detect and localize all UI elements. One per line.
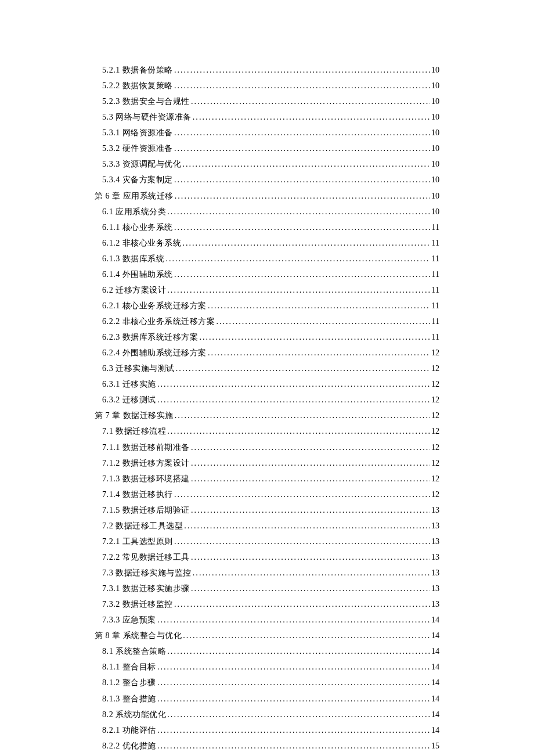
toc-entry-title: 5.2.2 数据恢复策略	[102, 78, 173, 93]
toc-entry[interactable]: 6.2 迁移方案设计11	[95, 283, 439, 298]
toc-entry[interactable]: 6.2.2 非核心业务系统迁移方案11	[95, 314, 439, 329]
toc-entry[interactable]: 8.1.2 整合步骤14	[95, 675, 439, 690]
toc-entry[interactable]: 7.2.2 常见数据迁移工具13	[95, 550, 439, 565]
toc-leader-dots	[174, 172, 430, 188]
toc-leader-dots	[191, 581, 430, 596]
toc-entry-page: 11	[431, 330, 439, 345]
toc-entry-page: 13	[431, 566, 439, 581]
toc-entry-page: 12	[431, 471, 439, 487]
toc-entry-page: 11	[431, 314, 439, 329]
toc-entry[interactable]: 8.2.2 优化措施15	[95, 739, 439, 754]
toc-leader-dots	[174, 78, 430, 93]
toc-entry-title: 6.3 迁移实施与测试	[102, 361, 175, 376]
toc-entry-title: 6.2.4 外围辅助系统迁移方案	[102, 345, 207, 361]
toc-entry[interactable]: 6.3.2 迁移测试12	[95, 393, 439, 408]
toc-entry[interactable]: 7.1.2 数据迁移方案设计12	[95, 456, 439, 471]
toc-entry[interactable]: 5.3.4 灾备方案制定10	[95, 172, 439, 188]
toc-leader-dots	[184, 519, 430, 534]
toc-entry[interactable]: 5.2.2 数据恢复策略10	[95, 78, 439, 93]
toc-entry[interactable]: 5.3.1 网络资源准备10	[95, 125, 439, 141]
toc-entry-page: 11	[431, 267, 439, 282]
toc-leader-dots	[157, 377, 430, 392]
toc-entry-page: 12	[431, 456, 439, 471]
toc-entry-title: 6.3.2 迁移测试	[102, 393, 156, 408]
toc-entry-page: 12	[431, 408, 439, 423]
toc-leader-dots	[208, 298, 430, 314]
toc-entry-page: 12	[431, 424, 439, 439]
toc-entry[interactable]: 8.2 系统功能优化14	[95, 707, 439, 722]
toc-entry[interactable]: 6.1.1 核心业务系统11	[95, 220, 439, 235]
toc-entry[interactable]: 5.3.2 硬件资源准备10	[95, 141, 439, 156]
toc-entry-page: 11	[431, 236, 439, 251]
toc-entry[interactable]: 6.1.3 数据库系统11	[95, 251, 439, 267]
toc-entry[interactable]: 6.1 应用系统分类10	[95, 204, 439, 219]
toc-entry[interactable]: 第 8 章 系统整合与优化14	[95, 628, 439, 643]
toc-entry-title: 5.2.1 数据备份策略	[102, 63, 173, 78]
toc-entry[interactable]: 7.3 数据迁移实施与监控13	[95, 566, 439, 581]
toc-entry-page: 15	[431, 739, 439, 754]
toc-entry-title: 7.1.1 数据迁移前期准备	[102, 440, 190, 455]
toc-entry[interactable]: 6.3 迁移实施与测试12	[95, 361, 439, 376]
toc-entry-page: 10	[431, 172, 439, 188]
toc-entry-title: 7.3.1 数据迁移实施步骤	[102, 581, 190, 596]
toc-entry-page: 10	[431, 204, 439, 219]
toc-leader-dots	[167, 644, 430, 659]
toc-entry-title: 8.2.1 功能评估	[102, 723, 156, 738]
toc-entry-title: 6.1.4 外围辅助系统	[102, 267, 173, 282]
toc-entry[interactable]: 6.2.1 核心业务系统迁移方案11	[95, 298, 439, 314]
toc-entry-title: 6.1.2 非核心业务系统	[102, 236, 181, 251]
toc-entry[interactable]: 6.1.4 外围辅助系统11	[95, 267, 439, 282]
toc-entry[interactable]: 5.2.1 数据备份策略10	[95, 63, 439, 78]
toc-entry[interactable]: 7.1.5 数据迁移后期验证13	[95, 503, 439, 518]
toc-entry[interactable]: 7.2.1 工具选型原则13	[95, 534, 439, 549]
toc-entry[interactable]: 6.2.3 数据库系统迁移方案11	[95, 330, 439, 345]
toc-entry[interactable]: 7.1.3 数据迁移环境搭建12	[95, 471, 439, 487]
toc-entry-page: 10	[431, 141, 439, 156]
toc-entry[interactable]: 5.2.3 数据安全与合规性10	[95, 94, 439, 109]
toc-entry[interactable]: 8.2.1 功能评估14	[95, 723, 439, 738]
toc-entry-page: 12	[431, 345, 439, 361]
toc-entry-page: 11	[431, 283, 439, 298]
toc-entry-page: 12	[431, 361, 439, 376]
toc-entry[interactable]: 第 6 章 应用系统迁移10	[95, 189, 439, 204]
toc-leader-dots	[157, 660, 430, 675]
toc-entry-title: 第 8 章 系统整合与优化	[95, 628, 182, 643]
toc-leader-dots	[157, 675, 430, 690]
table-of-contents: 5.2.1 数据备份策略105.2.2 数据恢复策略105.2.3 数据安全与合…	[95, 63, 439, 753]
toc-entry[interactable]: 7.3.1 数据迁移实施步骤13	[95, 581, 439, 596]
toc-entry-page: 10	[431, 63, 439, 78]
toc-entry[interactable]: 7.2 数据迁移工具选型13	[95, 519, 439, 534]
toc-leader-dots	[182, 157, 430, 172]
toc-entry-page: 10	[431, 157, 439, 172]
toc-entry[interactable]: 7.1.1 数据迁移前期准备12	[95, 440, 439, 455]
toc-entry-title: 8.1.3 整合措施	[102, 692, 156, 707]
toc-leader-dots	[157, 393, 430, 408]
toc-entry[interactable]: 7.3.2 数据迁移监控13	[95, 597, 439, 612]
toc-entry-page: 13	[431, 597, 439, 612]
toc-entry-title: 5.2.3 数据安全与合规性	[102, 94, 190, 109]
toc-leader-dots	[174, 141, 430, 156]
toc-entry-title: 6.1.1 核心业务系统	[102, 220, 173, 235]
toc-entry[interactable]: 6.1.2 非核心业务系统11	[95, 236, 439, 251]
toc-leader-dots	[183, 628, 430, 643]
toc-entry[interactable]: 7.3.3 应急预案14	[95, 613, 439, 628]
toc-leader-dots	[157, 723, 430, 738]
toc-entry-title: 6.1 应用系统分类	[102, 204, 166, 219]
toc-leader-dots	[174, 534, 430, 549]
toc-entry[interactable]: 8.1 系统整合策略14	[95, 644, 439, 659]
toc-entry[interactable]: 8.1.3 整合措施14	[95, 692, 439, 707]
toc-entry[interactable]: 7.1.4 数据迁移执行12	[95, 487, 439, 502]
toc-entry[interactable]: 7.1 数据迁移流程12	[95, 424, 439, 439]
toc-entry[interactable]: 8.1.1 整合目标14	[95, 660, 439, 675]
toc-entry[interactable]: 6.3.1 迁移实施12	[95, 377, 439, 392]
toc-entry[interactable]: 第 7 章 数据迁移实施12	[95, 408, 439, 423]
toc-entry-page: 14	[431, 628, 439, 643]
toc-entry-title: 7.1.5 数据迁移后期验证	[102, 503, 190, 518]
toc-entry[interactable]: 6.2.4 外围辅助系统迁移方案12	[95, 345, 439, 361]
toc-leader-dots	[167, 283, 430, 298]
toc-entry-title: 7.1.3 数据迁移环境搭建	[102, 471, 190, 487]
toc-entry[interactable]: 5.3.3 资源调配与优化10	[95, 157, 439, 172]
toc-entry[interactable]: 5.3 网络与硬件资源准备10	[95, 110, 439, 125]
toc-leader-dots	[191, 503, 430, 518]
toc-entry-page: 14	[431, 707, 439, 722]
